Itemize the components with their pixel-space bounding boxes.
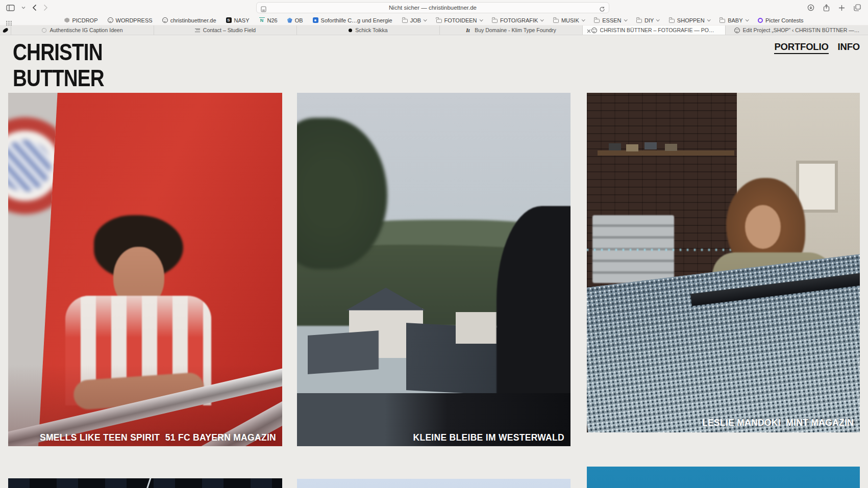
- sidebar-icon[interactable]: [6, 5, 15, 11]
- close-tab-icon[interactable]: [587, 28, 591, 34]
- bookmark-label: OB: [295, 17, 303, 23]
- tab-title: Buy Domaine - Klim Type Foundry: [475, 27, 556, 33]
- project-caption: KLEINE BLEIBE IM WESTERWALD: [413, 432, 564, 443]
- tab-klim-type-foundry[interactable]: Buy Domaine - Klim Type Foundry: [440, 25, 583, 35]
- bookmark-item[interactable]: NASY: [226, 17, 250, 23]
- bookmark-folder[interactable]: SHOPPEN: [669, 17, 710, 23]
- chevron-down-icon: [656, 18, 659, 21]
- bookmark-item[interactable]: christinbuettner.de: [162, 17, 216, 23]
- cube-icon: [64, 18, 69, 23]
- url-security-text: Nicht sicher — christinbuettner.de: [257, 5, 609, 11]
- portfolio-page: CHRISTIN BUTTNER PORTFOLIO INFO SMELLS L…: [0, 35, 868, 488]
- tab-title: Schick Toikka: [355, 27, 387, 33]
- project-card-partial-dark[interactable]: [8, 478, 282, 488]
- klim-icon: [466, 28, 472, 33]
- photo-shelf: [598, 150, 734, 156]
- tab-portfolio-active[interactable]: CHRISTIN BÜTTNER – FOTOGRAFIE — PORTFOLI…: [583, 25, 726, 35]
- project-card-partial-sky[interactable]: [297, 479, 571, 488]
- bookmark-item[interactable]: N26: [259, 17, 278, 23]
- back-icon[interactable]: [32, 4, 37, 11]
- bookmark-label: SHOPPEN: [677, 17, 705, 23]
- bookmark-label: WORDPRESS: [116, 17, 153, 23]
- folder-icon: [594, 19, 600, 23]
- folder-icon: [636, 19, 642, 23]
- tab-title: Authentische IG Caption Ideen: [49, 27, 122, 33]
- bookmark-label: NASY: [234, 17, 250, 23]
- pinned-tab[interactable]: [0, 25, 11, 35]
- project-card-mandoki[interactable]: LESLIE MANDOKI MINT MAGAZIN: [587, 93, 860, 432]
- bookmark-label: DIY: [644, 17, 654, 23]
- bookmark-folder[interactable]: FOTO/GRAFIK: [492, 17, 543, 23]
- tab-overview-icon[interactable]: [854, 4, 861, 11]
- smiley-icon: [734, 28, 740, 33]
- chevron-down-icon: [707, 18, 710, 21]
- folder-icon: [492, 19, 498, 23]
- bookmark-label: JOB: [410, 17, 421, 23]
- share-icon[interactable]: [823, 4, 830, 12]
- refresh-icon[interactable]: [599, 5, 605, 14]
- bookmark-item[interactable]: PICDROP: [64, 17, 97, 23]
- address-bar[interactable]: Nicht sicher — christinbuettner.de: [256, 2, 609, 13]
- site-logo[interactable]: CHRISTIN BUTTNER: [13, 39, 104, 91]
- project-card-bayern[interactable]: SMELLS LIKE TEEN SPIRIT 51 FC BAYERN MAG…: [8, 93, 282, 446]
- folder-icon: [553, 19, 559, 23]
- tab-schick-toikka[interactable]: Schick Toikka: [297, 25, 440, 35]
- bookmark-folder[interactable]: BABY: [720, 17, 748, 23]
- new-tab-icon[interactable]: [838, 5, 845, 11]
- bookmark-folder[interactable]: JOB: [402, 17, 427, 23]
- forward-icon[interactable]: [43, 4, 48, 11]
- chevron-down-icon: [480, 18, 483, 21]
- project-card-westerwald[interactable]: KLEINE BLEIBE IM WESTERWALD: [297, 93, 571, 446]
- bookmark-folder[interactable]: ESSEN: [594, 17, 627, 23]
- nav-portfolio-link[interactable]: PORTFOLIO: [774, 41, 828, 54]
- nav-info-link[interactable]: INFO: [838, 41, 860, 54]
- bookmark-folder[interactable]: MUSIK: [553, 17, 584, 23]
- app-icon: [313, 17, 318, 23]
- bookmark-label: PICDROP: [72, 17, 97, 23]
- tab-wordpress-edit[interactable]: Edit Project „SHOP“ ‹ CHRISTIN BÜTTNER —…: [726, 25, 868, 35]
- tab-bar: Authentische IG Caption Ideen Contact – …: [0, 25, 868, 35]
- chevron-down-icon[interactable]: [21, 6, 26, 9]
- folder-icon: [402, 19, 408, 23]
- photo-picture-frame: [796, 161, 838, 213]
- tab-title: Contact – Studio Field: [203, 27, 256, 33]
- picter-ring-icon: [758, 18, 763, 23]
- chevron-down-icon: [746, 18, 749, 21]
- folder-icon: [720, 19, 725, 23]
- project-caption: SMELLS LIKE TEEN SPIRIT 51 FC BAYERN MAG…: [40, 432, 276, 443]
- chevron-down-icon: [582, 18, 585, 21]
- bookmark-label: BABY: [728, 17, 742, 23]
- chevron-down-icon: [424, 18, 427, 21]
- bookmark-label: FOTOIDEEN: [444, 17, 477, 23]
- photo-slate-roof: [308, 330, 379, 374]
- bookmark-folder[interactable]: FOTOIDEEN: [436, 17, 482, 23]
- chevron-down-icon: [624, 18, 627, 21]
- list-icon: [195, 29, 200, 32]
- brand-line-1: CHRISTIN: [13, 39, 104, 65]
- photo-man-face: [745, 205, 781, 249]
- tab-contact-studio-field[interactable]: Contact – Studio Field: [154, 25, 297, 35]
- bookmark-item[interactable]: WORDPRESS: [108, 17, 153, 23]
- bookmark-label: FOTO/GRAFIK: [500, 17, 538, 23]
- bookmark-item[interactable]: Picter Contests: [758, 17, 804, 23]
- browser-toolbar: Nicht sicher — christinbuettner.de: [0, 0, 868, 15]
- bookmark-item[interactable]: Soforthilfe C…g und Energie: [313, 17, 392, 23]
- bookmarks-bar: PICDROP WORDPRESS christinbuettner.de NA…: [0, 15, 868, 25]
- bookmark-label: Picter Contests: [765, 17, 804, 23]
- s-badge-icon: [226, 17, 232, 23]
- tab-caption-ideen[interactable]: Authentische IG Caption Ideen: [11, 25, 154, 35]
- gear-icon: [42, 28, 46, 33]
- project-card-partial-blue[interactable]: [587, 467, 860, 488]
- dot-icon: [349, 29, 352, 32]
- tab-title: CHRISTIN BÜTTNER – FOTOGRAFIE — PORTFOLI…: [600, 27, 717, 33]
- n26-icon: [259, 17, 265, 23]
- bookmark-folder[interactable]: DIY: [636, 17, 659, 23]
- gem-icon: [287, 18, 292, 23]
- browser-chrome: Nicht sicher — christinbuettner.de PICDR: [0, 0, 868, 35]
- bookmark-item[interactable]: OB: [287, 17, 303, 23]
- page-icon: [261, 5, 266, 14]
- photo-light-line: [123, 478, 153, 488]
- project-caption: LESLIE MANDOKI MINT MAGAZIN: [702, 418, 854, 428]
- folder-icon: [436, 19, 442, 23]
- download-icon[interactable]: [807, 4, 814, 11]
